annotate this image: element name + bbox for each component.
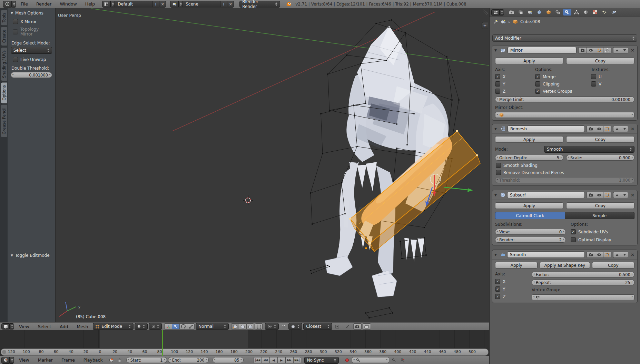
factor-field[interactable]: Factor:0.500	[532, 272, 634, 277]
catmull-clark-button[interactable]: Catmull-Clark	[495, 212, 565, 219]
shelf-tab-options[interactable]: Options	[1, 82, 7, 103]
modifier-view-toggle[interactable]	[595, 252, 603, 258]
mirror-object-field[interactable]	[495, 112, 634, 118]
mode-select[interactable]: Edit Mode	[93, 323, 134, 330]
delete-keyframe-button[interactable]	[399, 357, 406, 363]
edge-select-mode-select[interactable]: Select	[11, 47, 52, 54]
limit-selection-visible-button[interactable]	[255, 323, 263, 330]
scene-browse-icon[interactable]	[170, 1, 178, 8]
screen-layout-icon[interactable]	[102, 1, 110, 8]
snap-target-select[interactable]: Closest	[303, 323, 332, 330]
texture-u-checkbox[interactable]: U	[591, 74, 634, 79]
screen-layout-name[interactable]: Default	[115, 1, 152, 8]
shelf-tab-create[interactable]: Create	[1, 27, 7, 46]
expand-icon[interactable]: ▼	[494, 127, 499, 131]
pin-icon[interactable]	[493, 19, 498, 24]
delete-modifier-button[interactable]: ×	[630, 126, 635, 131]
simple-button[interactable]: Simple	[565, 212, 635, 219]
play-reverse-button[interactable]: ◀	[269, 357, 277, 363]
toggle-editmode-panel-header[interactable]: ▼ Toggle Editmode	[11, 253, 52, 258]
modifier-render-toggle[interactable]	[587, 252, 595, 258]
expand-icon[interactable]: ▼	[494, 253, 499, 256]
shelf-tab-shading-uvs[interactable]: Shading / UVs	[1, 48, 7, 81]
current-frame-field[interactable]: 85	[213, 357, 244, 363]
menu-marker[interactable]: Marker	[34, 356, 57, 364]
3d-viewport-canvas[interactable]: y	[0, 8, 489, 322]
move-modifier-up-button[interactable]	[613, 126, 621, 132]
copy-button[interactable]: Copy	[566, 58, 634, 64]
repeat-field[interactable]: Repeat:25	[532, 280, 634, 285]
lock-time-cursor-button[interactable]	[116, 357, 123, 363]
mirror-z-checkbox[interactable]: Z	[495, 89, 534, 94]
render-engine-select[interactable]: Blender Render	[239, 1, 280, 8]
editor-type-spinner[interactable]	[10, 357, 14, 364]
use-preview-range-button[interactable]	[108, 357, 115, 363]
tab-material[interactable]	[582, 9, 590, 16]
live-unwrap-checkbox[interactable]: Live Unwrap	[13, 57, 52, 62]
scene-name[interactable]: Scene	[183, 1, 220, 8]
modifier-editmode-toggle[interactable]	[595, 47, 603, 53]
move-modifier-up-button[interactable]	[613, 192, 621, 198]
mesh-options-panel-header[interactable]: ▼ Mesh Options	[11, 11, 52, 16]
snap-peel-object-button[interactable]	[333, 323, 341, 330]
modifier-name-field[interactable]: Remesh	[508, 125, 585, 132]
pivot-point-select[interactable]	[149, 323, 162, 330]
render-subdivisions-field[interactable]: Render:2	[495, 237, 566, 243]
proportional-edit-select[interactable]	[265, 323, 279, 330]
modifier-cage-toggle[interactable]	[603, 47, 611, 53]
snap-toggle-button[interactable]	[280, 323, 287, 330]
octree-depth-field[interactable]: Octree Depth:5	[495, 155, 563, 161]
menu-help[interactable]: Help	[81, 0, 99, 8]
editor-type-spinner[interactable]	[10, 323, 14, 330]
move-modifier-down-button[interactable]	[621, 252, 628, 258]
double-threshold-slider[interactable]: 0.001000	[11, 72, 52, 78]
modifier-name-field[interactable]: Smooth	[507, 251, 585, 258]
timeline-canvas[interactable]	[0, 330, 489, 348]
apply-as-shape-key-button[interactable]: Apply as Shape Key	[540, 262, 590, 269]
tab-render[interactable]	[507, 9, 515, 16]
timeline-playhead[interactable]	[162, 330, 163, 356]
tab-world[interactable]	[535, 9, 543, 16]
add-region-tab[interactable]: +	[482, 22, 488, 29]
move-modifier-down-button[interactable]	[621, 192, 628, 198]
subdivide-uvs-checkbox[interactable]: Subdivide UVs	[571, 229, 634, 234]
mirror-x-checkbox[interactable]: X	[495, 74, 534, 79]
frame-end-field[interactable]: End:200	[168, 357, 209, 363]
modifier-name-field[interactable]: Subsurf	[507, 192, 585, 198]
face-select-mode-button[interactable]	[246, 323, 254, 330]
menu-select[interactable]: Select	[34, 323, 55, 331]
keying-set-field[interactable]	[352, 357, 389, 363]
timeline-editor[interactable]: -120-100-80-60-40-2002040608010012014016…	[0, 330, 489, 356]
editor-type-properties-icon[interactable]	[491, 9, 500, 16]
editor-type-3dview-icon[interactable]	[1, 323, 10, 330]
transform-orientation-select[interactable]: Normal	[196, 323, 229, 330]
tab-modifiers[interactable]	[563, 9, 571, 16]
mirror-y-checkbox[interactable]: Y	[495, 81, 534, 87]
manipulator-axes-toggle[interactable]	[164, 323, 172, 330]
smooth-y-checkbox[interactable]: Y	[495, 286, 527, 292]
vertex-groups-checkbox[interactable]: Vertex Groups	[535, 89, 590, 94]
modifier-editmode-toggle[interactable]	[603, 126, 611, 132]
expand-icon[interactable]: ▼	[494, 193, 499, 197]
3d-viewport[interactable]: y User Persp (85) Cube.008 +	[0, 8, 489, 322]
menu-view[interactable]: View	[15, 323, 33, 331]
viewport-shading-select[interactable]	[135, 323, 148, 330]
move-modifier-up-button[interactable]	[613, 252, 621, 258]
close-scene-button[interactable]: ×	[227, 1, 234, 8]
view-subdivisions-field[interactable]: View:0	[495, 229, 566, 235]
add-layout-button[interactable]: +	[152, 1, 159, 8]
modifier-render-toggle[interactable]	[578, 47, 587, 53]
frame-start-field[interactable]: Start:1	[126, 357, 167, 363]
menu-window[interactable]: Window	[56, 0, 80, 8]
remesh-mode-select[interactable]: Smooth	[544, 146, 634, 153]
close-layout-button[interactable]: ×	[159, 1, 166, 8]
tab-particles[interactable]	[600, 9, 609, 16]
edge-select-mode-button[interactable]	[239, 323, 246, 330]
smooth-x-checkbox[interactable]: X	[495, 279, 527, 284]
editor-type-spinner[interactable]	[12, 1, 16, 8]
apply-button[interactable]: Apply	[495, 136, 563, 143]
shelf-tab-tools[interactable]: Tools	[1, 10, 7, 25]
merge-limit-slider[interactable]: Merge Limit:0.001000	[495, 97, 634, 102]
vertex-select-mode-button[interactable]	[231, 323, 239, 330]
render-opengl-anim-button[interactable]	[363, 323, 371, 330]
